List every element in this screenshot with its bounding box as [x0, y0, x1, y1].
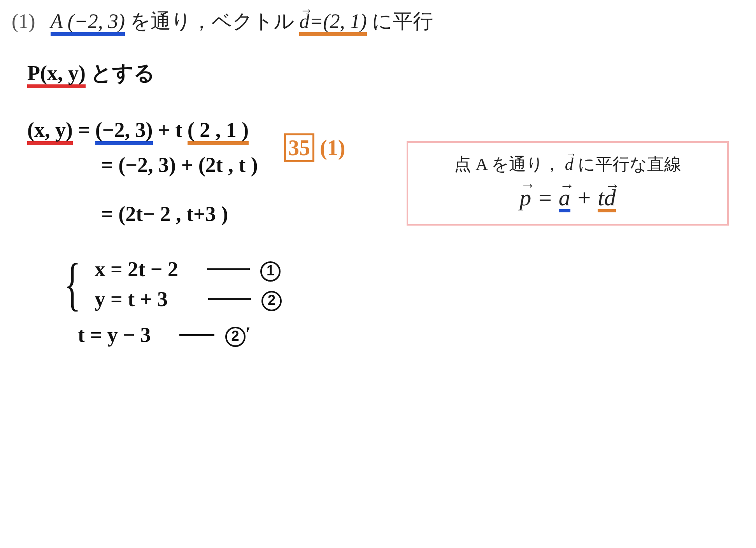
- reference-number: 35: [284, 133, 314, 162]
- circled-1: 1: [260, 261, 281, 282]
- t-expr: t = y − 3: [78, 323, 151, 347]
- point-term: (−2, 3): [95, 119, 153, 145]
- vector-d-value: =(2, 1): [309, 10, 367, 32]
- lhs-xy: (x, y): [27, 119, 73, 145]
- formula-text: 点 A を通り， d に平行な直線: [420, 153, 716, 176]
- step-equation-1: (x, y) = (−2, 3) + t ( 2 , 1 ): [27, 116, 744, 145]
- dash-1: [207, 268, 250, 270]
- formula-plus: +: [576, 185, 598, 210]
- circled-2-prime: 2: [225, 327, 246, 347]
- vector-d-symbol: d: [299, 11, 309, 32]
- dir-term: ( 2 , 1 ): [188, 119, 249, 145]
- system-eq-2: y = t + 3: [95, 287, 168, 311]
- dash-3: [179, 334, 214, 336]
- plus-t: + t: [158, 118, 188, 142]
- P-xy: P(x, y): [27, 63, 86, 88]
- formula-eq-sign: =: [537, 185, 559, 210]
- step-solve-t: t = y − 3 2′: [78, 321, 744, 348]
- formula-vec-d: d: [565, 154, 574, 174]
- formula-d: d: [604, 186, 616, 209]
- question-number: (1): [12, 10, 35, 32]
- circled-2: 2: [261, 291, 282, 311]
- reference-sub: (1): [320, 136, 345, 160]
- problem-statement: (1) A (−2, 3) を通り，ベクトル d=(2, 1) に平行: [12, 8, 744, 36]
- formula-text-1: 点 A を通り，: [454, 155, 560, 174]
- work-area: 35 (1) 点 A を通り， d に平行な直線 p = a + td P(x,…: [12, 60, 744, 348]
- formula-text-2: に平行な直線: [578, 155, 681, 174]
- formula-p: p: [519, 184, 531, 211]
- dash-2: [208, 298, 251, 300]
- formula-t: t: [598, 185, 604, 210]
- system-block: { x = 2t − 2 1 y = t + 3 2: [58, 253, 744, 315]
- problem-text-2: に平行: [372, 10, 433, 32]
- to-suru: とする: [91, 61, 155, 85]
- brace-icon: {: [64, 258, 81, 310]
- formula-equation: p = a + td: [420, 184, 716, 212]
- formula-box: 点 A を通り， d に平行な直線 p = a + td: [407, 141, 729, 226]
- prime-mark: ′: [246, 323, 251, 345]
- system-eq-1: x = 2t − 2: [95, 257, 179, 281]
- point-A: A (−2, 3): [51, 11, 125, 36]
- reference-tag: 35 (1): [284, 133, 345, 162]
- step-define-P: P(x, y) とする: [27, 60, 744, 88]
- problem-text-1: を通り，ベクトル: [130, 10, 299, 32]
- vector-d: d=(2, 1): [299, 11, 367, 36]
- equals-1: =: [78, 118, 95, 142]
- formula-a: a: [559, 186, 570, 209]
